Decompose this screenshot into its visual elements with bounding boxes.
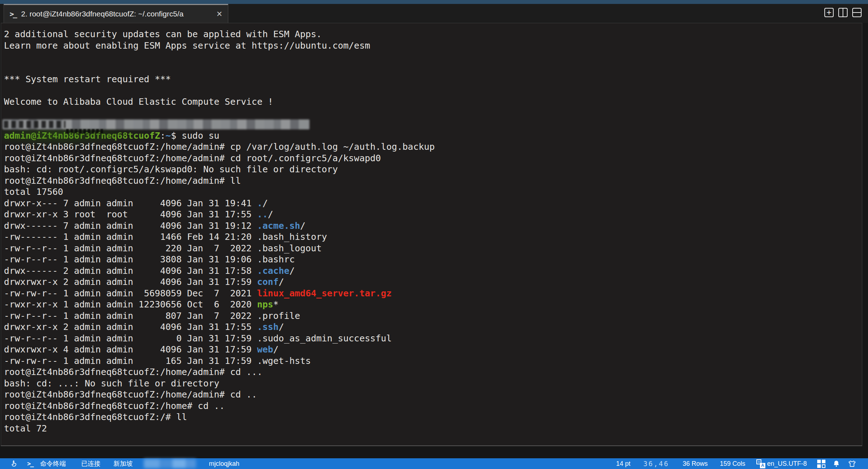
terminal-row: *** System restart required *** [4, 74, 435, 85]
terminal-row: drwxr-x--- 7 admin admin 4096 Jan 31 19:… [4, 198, 435, 209]
terminal-row [4, 108, 435, 119]
terminal-row: -rw-r--r-- 1 admin admin 3808 Jan 31 19:… [4, 254, 435, 265]
terminal-row: Learn more about enabling ESM Apps servi… [4, 40, 435, 51]
app-window: { "tab_bar": { "tab": { "icon": ">_", "t… [0, 0, 868, 469]
terminal-row: -rw-r--r-- 1 admin admin 0 Jan 31 17:59 … [4, 333, 435, 344]
terminal-icon: >_ [27, 458, 33, 469]
terminal-row: root@iZt4nb86r3dfneq68tcuofZ:/home/admin… [4, 366, 435, 378]
terminal-row: Welcome to Alibaba Cloud Elastic Compute… [4, 96, 435, 108]
tab-title: 2. root@iZt4nb86r3dfneq68tcuofZ: ~/.conf… [21, 10, 212, 18]
terminal-row: root@iZt4nb86r3dfneq68tcuofZ:/home/admin… [4, 153, 435, 164]
terminal-row: -rw------- 1 admin admin 1466 Feb 14 21:… [4, 231, 435, 243]
theme-shirt-icon[interactable] [848, 458, 857, 469]
censored-remnant [66, 129, 105, 133]
terminal-prompt-icon: >_ [10, 10, 16, 18]
terminal-row: drwxrwxr-x 2 admin admin 4096 Jan 31 17:… [4, 276, 435, 288]
terminal-row: drwx------ 7 admin admin 4096 Jan 31 19:… [4, 220, 435, 232]
terminal-row: root@iZt4nb86r3dfneq68tcuofZ:/# ll [4, 411, 435, 423]
terminal-row [4, 85, 435, 97]
terminal-row: 2 additional security updates can be app… [4, 29, 435, 40]
new-tab-button[interactable]: + [824, 8, 834, 17]
censored-line-text [4, 121, 65, 128]
status-font-size[interactable]: 14 pt [616, 458, 630, 469]
bell-icon[interactable] [832, 458, 840, 469]
terminal-row: -rwxr-xr-x 1 admin admin 12230656 Oct 6 … [4, 299, 435, 310]
status-region: 新加坡 [113, 458, 133, 469]
window-title-strip [0, 0, 868, 4]
tab-actions: + [824, 8, 862, 17]
terminal-row: drwx------ 2 admin admin 4096 Jan 31 17:… [4, 265, 435, 277]
terminal-panel[interactable]: 2 additional security updates can be app… [1, 23, 862, 446]
terminal-row: total 17560 [4, 186, 435, 198]
plus-icon: + [826, 9, 832, 16]
terminal-row: drwxr-xr-x 3 root root 4096 Jan 31 17:55… [4, 209, 435, 220]
ime-letter: A [761, 463, 764, 468]
tab-close-icon[interactable]: × [216, 9, 222, 19]
terminal-row: drwxr-xr-x 2 admin admin 4096 Jan 31 17:… [4, 321, 435, 333]
status-cols: 159 Cols [720, 458, 745, 469]
terminal-row: -rw-rw-r-- 1 admin admin 5698059 Dec 7 2… [4, 288, 435, 299]
terminal-row: -rw-r--r-- 1 admin admin 220 Jan 7 2022 … [4, 243, 435, 254]
tab-session[interactable]: >_ 2. root@iZt4nb86r3dfneq68tcuofZ: ~/.c… [4, 4, 228, 23]
split-vertical-button[interactable] [838, 8, 848, 17]
terminal-row: drwxrwxr-x 4 admin admin 4096 Jan 31 17:… [4, 344, 435, 355]
status-encoding[interactable]: en_US.UTF-8 [767, 458, 807, 469]
status-connection: 已连接 [81, 458, 101, 469]
terminal-row: root@iZt4nb86r3dfneq68tcuofZ:/home# cd .… [4, 400, 435, 412]
keyboard-layout-icon[interactable]: A [756, 458, 765, 469]
terminal-output: 2 additional security updates can be app… [4, 29, 435, 434]
status-bar: >_ 命令终端 已连接 新加坡 mjcloqjkah 14 pt 36,46 3… [0, 458, 868, 469]
terminal-row [4, 63, 435, 74]
status-terminal-label[interactable]: 命令终端 [40, 458, 66, 469]
censored-status-item [144, 459, 196, 468]
terminal-row: -rw-rw-r-- 1 admin admin 165 Jan 31 17:5… [4, 355, 435, 367]
terminal-row: -rw-r--r-- 1 admin admin 807 Jan 7 2022 … [4, 310, 435, 322]
split-horizontal-button[interactable] [852, 8, 862, 17]
touch-hand-icon[interactable] [10, 458, 18, 469]
terminal-row: root@iZt4nb86r3dfneq68tcuofZ:/home/admin… [4, 389, 435, 400]
terminal-row: bash: cd: ...: No such file or directory [4, 378, 435, 389]
status-session-name: mjcloqjkah [209, 458, 239, 469]
terminal-row [4, 51, 435, 63]
terminal-row: root@iZt4nb86r3dfneq68tcuofZ:/home/admin… [4, 175, 435, 187]
terminal-row: total 72 [4, 423, 435, 434]
tab-bar: >_ 2. root@iZt4nb86r3dfneq68tcuofZ: ~/.c… [0, 4, 868, 23]
status-rows: 36 Rows [683, 458, 708, 469]
apps-grid-icon[interactable] [817, 458, 825, 469]
status-cursor-position: 36,46 [643, 458, 669, 469]
terminal-row: bash: cd: root/.configrc5/a/kswapd0: No … [4, 164, 435, 175]
